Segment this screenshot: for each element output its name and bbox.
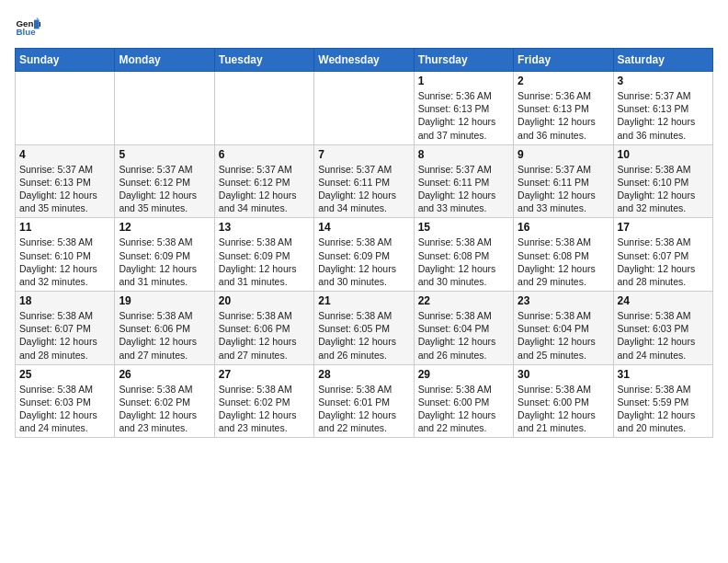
day-number: 23: [518, 294, 609, 307]
day-number: 29: [418, 368, 509, 381]
day-info: Sunrise: 5:38 AM Sunset: 6:09 PM Dayligh…: [219, 236, 310, 288]
logo: General Blue: [15, 15, 44, 40]
calendar-cell: 27Sunrise: 5:38 AM Sunset: 6:02 PM Dayli…: [214, 364, 313, 438]
calendar-cell: 16Sunrise: 5:38 AM Sunset: 6:08 PM Dayli…: [514, 218, 613, 292]
calendar-cell: 23Sunrise: 5:38 AM Sunset: 6:04 PM Dayli…: [514, 292, 613, 365]
day-info: Sunrise: 5:38 AM Sunset: 6:03 PM Dayligh…: [618, 309, 709, 362]
day-info: Sunrise: 5:38 AM Sunset: 6:08 PM Dayligh…: [418, 236, 509, 288]
day-info: Sunrise: 5:38 AM Sunset: 6:00 PM Dayligh…: [418, 383, 509, 435]
day-number: 1: [418, 75, 509, 87]
calendar-table: SundayMondayTuesdayWednesdayThursdayFrid…: [15, 48, 713, 438]
day-info: Sunrise: 5:38 AM Sunset: 5:59 PM Dayligh…: [618, 383, 709, 435]
day-info: Sunrise: 5:37 AM Sunset: 6:11 PM Dayligh…: [518, 163, 609, 215]
calendar-cell: 2Sunrise: 5:36 AM Sunset: 6:13 PM Daylig…: [514, 72, 613, 145]
calendar-week-row: 4Sunrise: 5:37 AM Sunset: 6:13 PM Daylig…: [16, 144, 713, 218]
weekday-header-sunday: Sunday: [16, 49, 115, 72]
weekday-header-thursday: Thursday: [414, 49, 513, 72]
weekday-header-friday: Friday: [514, 49, 613, 72]
calendar-week-row: 1Sunrise: 5:36 AM Sunset: 6:13 PM Daylig…: [16, 72, 713, 145]
day-number: 19: [119, 294, 210, 307]
day-info: Sunrise: 5:37 AM Sunset: 6:13 PM Dayligh…: [618, 89, 709, 142]
calendar-cell: 11Sunrise: 5:38 AM Sunset: 6:10 PM Dayli…: [16, 218, 115, 292]
day-info: Sunrise: 5:38 AM Sunset: 6:00 PM Dayligh…: [518, 383, 609, 435]
day-number: 21: [318, 294, 409, 307]
calendar-cell: 17Sunrise: 5:38 AM Sunset: 6:07 PM Dayli…: [613, 218, 712, 292]
day-number: 15: [418, 221, 509, 234]
calendar-cell: 3Sunrise: 5:37 AM Sunset: 6:13 PM Daylig…: [613, 72, 712, 145]
calendar-cell: [214, 72, 313, 145]
day-number: 4: [19, 148, 110, 161]
day-info: Sunrise: 5:38 AM Sunset: 6:06 PM Dayligh…: [219, 309, 310, 362]
day-number: 10: [618, 148, 709, 161]
page-header: General Blue: [15, 15, 713, 40]
calendar-cell: [16, 72, 115, 145]
day-number: 27: [219, 368, 310, 381]
day-info: Sunrise: 5:38 AM Sunset: 6:02 PM Dayligh…: [219, 383, 310, 435]
day-number: 12: [119, 221, 210, 234]
day-info: Sunrise: 5:37 AM Sunset: 6:11 PM Dayligh…: [418, 163, 509, 215]
day-info: Sunrise: 5:37 AM Sunset: 6:11 PM Dayligh…: [318, 163, 409, 215]
day-info: Sunrise: 5:38 AM Sunset: 6:01 PM Dayligh…: [318, 383, 409, 435]
calendar-cell: 5Sunrise: 5:37 AM Sunset: 6:12 PM Daylig…: [115, 144, 214, 218]
calendar-cell: 14Sunrise: 5:38 AM Sunset: 6:09 PM Dayli…: [314, 218, 414, 292]
day-info: Sunrise: 5:38 AM Sunset: 6:07 PM Dayligh…: [618, 236, 709, 288]
day-number: 16: [518, 221, 609, 234]
calendar-cell: 28Sunrise: 5:38 AM Sunset: 6:01 PM Dayli…: [314, 364, 414, 438]
calendar-cell: 7Sunrise: 5:37 AM Sunset: 6:11 PM Daylig…: [314, 144, 414, 218]
day-number: 11: [19, 221, 110, 234]
day-number: 28: [318, 368, 409, 381]
day-number: 13: [219, 221, 310, 234]
day-number: 25: [19, 368, 110, 381]
calendar-cell: 13Sunrise: 5:38 AM Sunset: 6:09 PM Dayli…: [214, 218, 313, 292]
calendar-cell: 18Sunrise: 5:38 AM Sunset: 6:07 PM Dayli…: [16, 292, 115, 365]
day-info: Sunrise: 5:38 AM Sunset: 6:10 PM Dayligh…: [19, 236, 110, 288]
day-number: 30: [518, 368, 609, 381]
day-number: 18: [19, 294, 110, 307]
day-info: Sunrise: 5:37 AM Sunset: 6:13 PM Dayligh…: [19, 163, 110, 215]
calendar-cell: 21Sunrise: 5:38 AM Sunset: 6:05 PM Dayli…: [314, 292, 414, 365]
weekday-header-wednesday: Wednesday: [314, 49, 414, 72]
calendar-week-row: 18Sunrise: 5:38 AM Sunset: 6:07 PM Dayli…: [16, 292, 713, 365]
day-number: 24: [618, 294, 709, 307]
day-number: 31: [618, 368, 709, 381]
calendar-cell: 9Sunrise: 5:37 AM Sunset: 6:11 PM Daylig…: [514, 144, 613, 218]
weekday-header-tuesday: Tuesday: [214, 49, 313, 72]
day-info: Sunrise: 5:38 AM Sunset: 6:08 PM Dayligh…: [518, 236, 609, 288]
calendar-cell: 12Sunrise: 5:38 AM Sunset: 6:09 PM Dayli…: [115, 218, 214, 292]
day-number: 26: [119, 368, 210, 381]
day-info: Sunrise: 5:38 AM Sunset: 6:03 PM Dayligh…: [19, 383, 110, 435]
day-info: Sunrise: 5:36 AM Sunset: 6:13 PM Dayligh…: [418, 89, 509, 142]
day-info: Sunrise: 5:37 AM Sunset: 6:12 PM Dayligh…: [219, 163, 310, 215]
calendar-cell: 1Sunrise: 5:36 AM Sunset: 6:13 PM Daylig…: [414, 72, 513, 145]
calendar-cell: 25Sunrise: 5:38 AM Sunset: 6:03 PM Dayli…: [16, 364, 115, 438]
day-number: 6: [219, 148, 310, 161]
calendar-cell: 15Sunrise: 5:38 AM Sunset: 6:08 PM Dayli…: [414, 218, 513, 292]
day-info: Sunrise: 5:38 AM Sunset: 6:09 PM Dayligh…: [318, 236, 409, 288]
day-info: Sunrise: 5:38 AM Sunset: 6:09 PM Dayligh…: [119, 236, 210, 288]
calendar-cell: 19Sunrise: 5:38 AM Sunset: 6:06 PM Dayli…: [115, 292, 214, 365]
calendar-cell: 8Sunrise: 5:37 AM Sunset: 6:11 PM Daylig…: [414, 144, 513, 218]
svg-text:Blue: Blue: [16, 27, 36, 37]
day-info: Sunrise: 5:38 AM Sunset: 6:07 PM Dayligh…: [19, 309, 110, 362]
calendar-week-row: 11Sunrise: 5:38 AM Sunset: 6:10 PM Dayli…: [16, 218, 713, 292]
calendar-cell: 29Sunrise: 5:38 AM Sunset: 6:00 PM Dayli…: [414, 364, 513, 438]
day-number: 17: [618, 221, 709, 234]
day-number: 3: [618, 75, 709, 87]
day-info: Sunrise: 5:38 AM Sunset: 6:10 PM Dayligh…: [618, 163, 709, 215]
svg-marker-2: [34, 20, 40, 29]
calendar-cell: 31Sunrise: 5:38 AM Sunset: 5:59 PM Dayli…: [613, 364, 712, 438]
weekday-header-saturday: Saturday: [613, 49, 712, 72]
day-number: 22: [418, 294, 509, 307]
calendar-cell: [314, 72, 414, 145]
day-info: Sunrise: 5:38 AM Sunset: 6:05 PM Dayligh…: [318, 309, 409, 362]
calendar-week-row: 25Sunrise: 5:38 AM Sunset: 6:03 PM Dayli…: [16, 364, 713, 438]
day-info: Sunrise: 5:37 AM Sunset: 6:12 PM Dayligh…: [119, 163, 210, 215]
day-info: Sunrise: 5:36 AM Sunset: 6:13 PM Dayligh…: [518, 89, 609, 142]
day-info: Sunrise: 5:38 AM Sunset: 6:06 PM Dayligh…: [119, 309, 210, 362]
day-number: 9: [518, 148, 609, 161]
day-number: 14: [318, 221, 409, 234]
calendar-cell: 30Sunrise: 5:38 AM Sunset: 6:00 PM Dayli…: [514, 364, 613, 438]
calendar-cell: 22Sunrise: 5:38 AM Sunset: 6:04 PM Dayli…: [414, 292, 513, 365]
calendar-cell: 10Sunrise: 5:38 AM Sunset: 6:10 PM Dayli…: [613, 144, 712, 218]
day-info: Sunrise: 5:38 AM Sunset: 6:04 PM Dayligh…: [418, 309, 509, 362]
